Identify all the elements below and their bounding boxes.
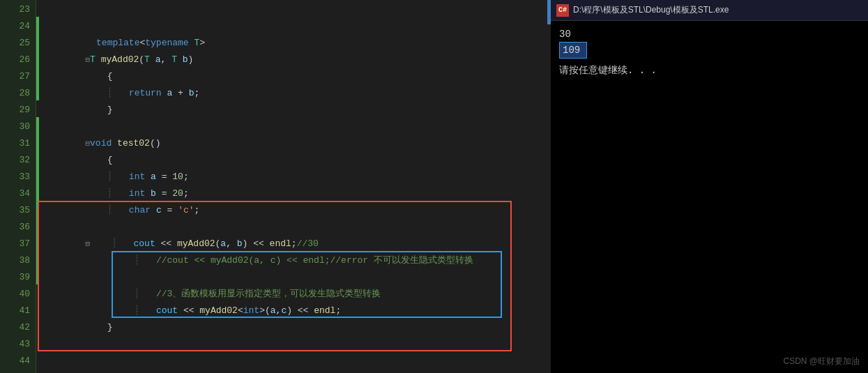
code-line-43 <box>42 336 551 353</box>
code-line-30: ⊟void test02() <box>42 119 551 135</box>
code-line-23 <box>42 1 551 18</box>
code-line-36: ⊟ ┊ cout << myAdd02(a, b) << endl;//30 <box>42 219 551 236</box>
code-line-41: } <box>42 303 551 319</box>
console-titlebar: C# D:\程序\模板及STL\Debug\模板及STL.exe <box>551 0 868 21</box>
line-num-40: 40 <box>0 286 30 303</box>
code-line-24: template<typename T> <box>42 18 551 35</box>
console-title: D:\程序\模板及STL\Debug\模板及STL.exe <box>573 4 729 16</box>
code-line-44 <box>42 353 551 370</box>
line-num-28: 28 <box>0 85 30 102</box>
code-line-38 <box>42 252 551 269</box>
green-bar-bottom <box>36 117 39 284</box>
code-area: 23 24 25 26 27 28 29 30 31 32 33 34 35 3… <box>0 0 551 373</box>
code-line-40: ┊ cout << myAdd02<int>(a,c) << endl; <box>42 286 551 303</box>
console-icon-label: C# <box>558 6 567 14</box>
line-num-35: 35 <box>0 202 30 219</box>
code-line-25: ⊟T myAdd02(T a, T b) <box>42 35 551 52</box>
line-num-37: 37 <box>0 236 30 252</box>
line-num-41: 41 <box>0 303 30 319</box>
console-panel: C# D:\程序\模板及STL\Debug\模板及STL.exe 30 109 … <box>551 0 868 373</box>
code-line-27: ┊ return a + b; <box>42 68 551 85</box>
editor-panel: 23 24 25 26 27 28 29 30 31 32 33 34 35 3… <box>0 0 551 373</box>
code-line-32: ┊ int a = 10; <box>42 152 551 169</box>
line-num-38: 38 <box>0 252 30 269</box>
line-num-39: 39 <box>0 269 30 286</box>
csdn-watermark: CSDN @旺财要加油 <box>783 356 860 367</box>
code-line-31: { <box>42 135 551 152</box>
line-num-23: 23 <box>0 1 30 18</box>
line-num-29: 29 <box>0 102 30 119</box>
code-line-33: ┊ int b = 20; <box>42 169 551 185</box>
code-line-39: ┊ //3、函数模板用显示指定类型，可以发生隐式类型转换 <box>42 269 551 286</box>
line-num-27: 27 <box>0 68 30 85</box>
line-num-31: 31 <box>0 135 30 152</box>
line-num-26: 26 <box>0 52 30 68</box>
console-output: 30 109 请按任意键继续. . . <box>551 21 868 203</box>
line-num-43: 43 <box>0 336 30 353</box>
console-output-109: 109 <box>559 42 587 59</box>
code-line-42 <box>42 319 551 336</box>
line-numbers: 23 24 25 26 27 28 29 30 31 32 33 34 35 3… <box>0 0 36 373</box>
code-line-29 <box>42 102 551 119</box>
line-num-42: 42 <box>0 319 30 336</box>
line-num-32: 32 <box>0 152 30 169</box>
code-line-26: { <box>42 52 551 68</box>
line-num-33: 33 <box>0 169 30 185</box>
line-num-30: 30 <box>0 119 30 135</box>
code-line-37: ┊ //cout << myAdd02(a, c) << endl;//erro… <box>42 236 551 252</box>
green-bar-top <box>36 17 39 100</box>
line-num-34: 34 <box>0 185 30 202</box>
console-output-line2: 109 <box>559 42 860 57</box>
code-line-35 <box>42 202 551 219</box>
line-num-24: 24 <box>0 18 30 35</box>
console-app-icon: C# <box>556 4 569 17</box>
console-output-line1: 30 <box>559 26 860 42</box>
code-content[interactable]: template<typename T> ⊟T myAdd02(T a, T b… <box>36 0 551 373</box>
code-line-28: } <box>42 85 551 102</box>
scroll-bar[interactable] <box>547 0 551 24</box>
console-output-line3: 请按任意键继续. . . <box>559 63 860 78</box>
line-num-25: 25 <box>0 35 30 52</box>
line-num-36: 36 <box>0 219 30 236</box>
code-line-34: ┊ char c = 'c'; <box>42 185 551 202</box>
line-num-44: 44 <box>0 353 30 370</box>
